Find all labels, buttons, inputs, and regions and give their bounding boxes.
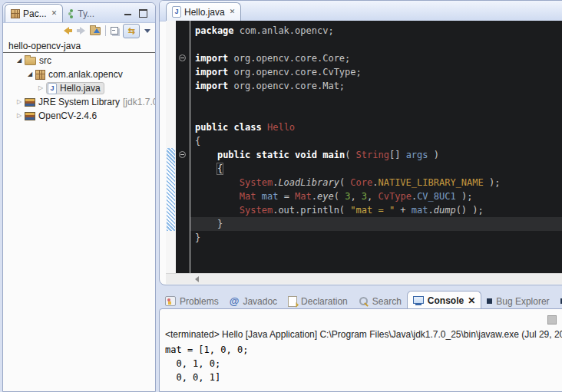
editor-tabstrip: J Hello.java ✕ bbox=[160, 1, 562, 21]
code-line[interactable]: public static void main( String[] args ) bbox=[190, 148, 562, 162]
code-line[interactable]: package com.anlak.opencv; bbox=[190, 24, 562, 38]
tab-bug[interactable]: Bug bbox=[555, 293, 562, 309]
collapsed-arrow-icon[interactable]: ▷ bbox=[38, 81, 46, 95]
code-token: dump bbox=[434, 205, 456, 216]
code-token: Mat bbox=[295, 191, 312, 202]
code-line[interactable] bbox=[190, 107, 562, 120]
fold-collapse-icon[interactable] bbox=[179, 54, 186, 61]
code-token bbox=[195, 191, 240, 202]
maximize-icon[interactable] bbox=[139, 9, 147, 18]
collapsed-arrow-icon[interactable]: ▷ bbox=[17, 109, 25, 123]
package-explorer-toolbar: ⇆ bbox=[3, 22, 155, 39]
range-indicator bbox=[167, 148, 175, 231]
bottom-tab-label: Console bbox=[428, 295, 464, 306]
code-line[interactable]: import org.opencv.core.Mat; bbox=[190, 79, 562, 93]
tab-hello-java[interactable]: J Hello.java ✕ bbox=[166, 2, 241, 21]
code-token: () ); bbox=[456, 205, 484, 216]
close-icon[interactable]: ✕ bbox=[230, 8, 236, 15]
code-token: NATIVE_LIBRARY_NAME bbox=[378, 177, 483, 188]
code-token bbox=[250, 150, 256, 160]
up-icon[interactable] bbox=[90, 25, 101, 37]
code-line[interactable]: import org.opencv.core.Core; bbox=[190, 51, 562, 65]
tab-problems[interactable]: Problems bbox=[160, 293, 224, 309]
code-line[interactable]: { bbox=[190, 162, 562, 176]
collapse-all-icon[interactable] bbox=[111, 25, 118, 37]
code-line[interactable] bbox=[190, 93, 562, 107]
bottom-tab-label: Search bbox=[372, 296, 402, 307]
link-with-editor-button[interactable]: ⇆ bbox=[123, 24, 140, 38]
code-editor[interactable]: package com.anlak.opencv;import org.open… bbox=[176, 21, 562, 273]
tab-search[interactable]: Search bbox=[353, 293, 407, 309]
minimize-icon[interactable] bbox=[124, 14, 131, 15]
selected-item-highlight[interactable]: JHello.java bbox=[46, 82, 104, 94]
view-menu-icon[interactable] bbox=[144, 29, 150, 33]
expanded-arrow-icon[interactable]: ◢ bbox=[28, 68, 35, 81]
folding-ruler[interactable] bbox=[176, 21, 190, 273]
tree-item-opencv-2-4-6[interactable]: ▷OpenCV-2.4.6 bbox=[3, 109, 155, 123]
scroll-left-icon[interactable] bbox=[195, 276, 199, 282]
code-line[interactable] bbox=[190, 38, 562, 51]
package-icon bbox=[35, 70, 45, 80]
code-token: mat bbox=[412, 205, 428, 216]
code-token: ); bbox=[484, 177, 501, 188]
close-icon[interactable]: ✕ bbox=[51, 10, 58, 17]
console-output[interactable]: mat = [1, 0, 0; 0, 1, 0; 0, 0, 1] bbox=[165, 343, 562, 391]
expanded-arrow-icon[interactable]: ◢ bbox=[17, 54, 25, 68]
toolbar-separator bbox=[105, 25, 106, 36]
code-token bbox=[195, 163, 217, 174]
code-token bbox=[228, 122, 233, 133]
code-token: mat bbox=[262, 191, 279, 202]
code-token: org.opencv.core.CvType; bbox=[228, 67, 361, 77]
close-icon[interactable]: ✕ bbox=[468, 295, 475, 306]
tab-javadoc[interactable]: @Javadoc bbox=[224, 293, 283, 309]
code-token: . bbox=[428, 205, 433, 216]
tab-bug-explorer[interactable]: Bug Explorer bbox=[481, 293, 554, 309]
console-status-line: <terminated> Hello [Java Application] C:… bbox=[165, 329, 562, 340]
console-toolbar-fragment[interactable] bbox=[547, 315, 557, 324]
forward-icon[interactable] bbox=[77, 25, 85, 37]
tree-item-label: Hello.java bbox=[60, 83, 101, 94]
tree-item-decoration: [jdk1.7.0 bbox=[123, 97, 155, 107]
tree-item-jre-system-library[interactable]: ▷JRE System Library[jdk1.7.0 bbox=[3, 95, 155, 109]
code-token: "mat = " bbox=[350, 205, 395, 216]
code-token: args bbox=[406, 150, 428, 160]
tab-declaration[interactable]: Declaration bbox=[283, 293, 353, 309]
code-line[interactable]: public class Hello bbox=[190, 120, 562, 134]
code-line-current[interactable]: } bbox=[190, 217, 562, 231]
code-area[interactable]: package com.anlak.opencv;import org.open… bbox=[190, 21, 562, 273]
tree-item-hello-java[interactable]: ▷JHello.java bbox=[3, 81, 155, 95]
code-line[interactable]: System.LoadLibrary( Core.NATIVE_LIBRARY_… bbox=[190, 176, 562, 189]
code-token: ( bbox=[339, 177, 350, 188]
collapsed-arrow-icon[interactable]: ▷ bbox=[17, 95, 25, 109]
bottom-tabrow: Problems@JavadocDeclarationSearchConsole… bbox=[160, 291, 562, 309]
package-folder-icon bbox=[25, 57, 36, 65]
code-token bbox=[195, 205, 240, 216]
code-line[interactable]: } bbox=[190, 231, 562, 245]
code-token: void bbox=[295, 150, 317, 160]
tab-type-hierarchy[interactable]: Ty... bbox=[63, 5, 100, 22]
code-token: + bbox=[395, 205, 412, 216]
tree-item-label: com.anlak.opencv bbox=[48, 69, 123, 80]
code-line[interactable]: Mat mat = Mat.eye( 3, 3, CvType.CV_8UC1 … bbox=[190, 189, 562, 203]
code-line[interactable]: System.out.println( "mat = " + mat.dump(… bbox=[190, 203, 562, 217]
code-token: { bbox=[195, 136, 200, 147]
project-root-item[interactable]: hello-opencv-java bbox=[3, 40, 155, 53]
type-hierarchy-icon bbox=[68, 9, 74, 18]
fold-collapse-icon[interactable] bbox=[179, 151, 186, 158]
tree-item-src[interactable]: ◢src bbox=[3, 54, 155, 68]
code-token: org.opencv.core.Core; bbox=[228, 53, 350, 64]
code-line[interactable]: import org.opencv.core.CvType; bbox=[190, 65, 562, 79]
back-icon[interactable] bbox=[64, 25, 72, 37]
editor-tab-label: Hello.java bbox=[184, 7, 225, 18]
tab-console[interactable]: Console✕ bbox=[407, 291, 481, 309]
code-token: ( bbox=[334, 191, 345, 202]
code-line[interactable]: { bbox=[190, 134, 562, 148]
tab-package-explorer[interactable]: Pac... ✕ bbox=[5, 4, 63, 22]
annotation-ruler[interactable] bbox=[166, 21, 176, 273]
package-explorer-view: Pac... ✕ Ty... ⇆ hello-opencv-java ◢src◢… bbox=[2, 2, 156, 392]
tree-item-com-anlak-opencv[interactable]: ◢com.anlak.opencv bbox=[3, 68, 155, 81]
code-token: . bbox=[312, 191, 317, 202]
java-file-icon: J bbox=[172, 6, 181, 18]
horizontal-scrollbar[interactable] bbox=[166, 273, 562, 284]
code-token: Mat bbox=[240, 191, 256, 202]
